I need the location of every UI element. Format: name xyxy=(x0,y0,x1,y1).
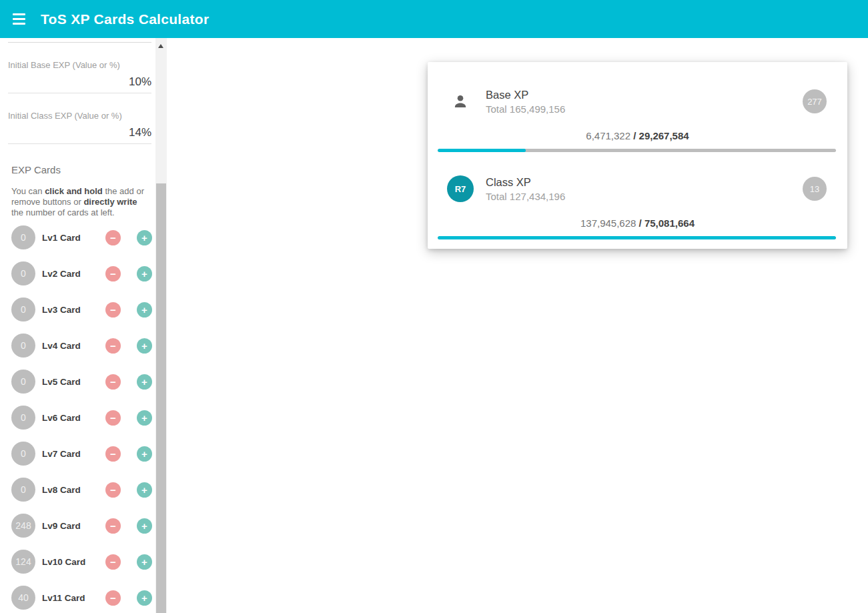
base-xp-title: Base XP xyxy=(486,89,565,101)
remove-card-button[interactable]: − xyxy=(105,374,121,390)
scrollbar-thumb[interactable] xyxy=(156,183,166,613)
remove-card-button[interactable]: − xyxy=(105,410,121,426)
card-count-badge[interactable]: 0 xyxy=(11,478,35,502)
plus-icon: + xyxy=(141,269,147,279)
add-card-button[interactable]: + xyxy=(137,554,152,570)
minus-icon: − xyxy=(110,269,116,279)
card-count-badge[interactable]: 0 xyxy=(11,442,35,466)
base-xp-total: Total 165,499,156 xyxy=(486,103,565,115)
card-label: Lv4 Card xyxy=(42,341,94,351)
card-row-lv8: 0Lv8 Card−+ xyxy=(0,472,155,508)
remove-card-button[interactable]: − xyxy=(105,446,121,462)
base-xp-level-badge: 277 xyxy=(803,89,827,113)
minus-icon: − xyxy=(110,521,116,531)
card-count-badge[interactable]: 0 xyxy=(11,370,35,394)
plus-icon: + xyxy=(141,413,147,423)
add-card-button[interactable]: + xyxy=(137,374,152,390)
card-label: Lv6 Card xyxy=(42,413,94,423)
base-xp-row: Base XP Total 165,499,156 277 xyxy=(428,82,847,121)
remove-card-button[interactable]: − xyxy=(105,518,121,534)
plus-icon: + xyxy=(141,305,147,315)
minus-icon: − xyxy=(110,593,116,603)
exp-cards-hint: You can click and hold the add or remove… xyxy=(11,186,149,218)
class-xp-progress-fill xyxy=(438,236,836,239)
card-label: Lv1 Card xyxy=(42,233,94,243)
main-area: Base XP Total 165,499,156 277 6,471,322 … xyxy=(167,38,868,613)
card-label: Lv7 Card xyxy=(42,449,94,459)
class-xp-title: Class XP xyxy=(486,176,565,189)
hamburger-menu-button[interactable] xyxy=(5,6,32,33)
card-row-lv10: 124Lv10 Card−+ xyxy=(0,544,155,580)
minus-icon: − xyxy=(110,485,116,495)
initial-class-exp-input[interactable] xyxy=(8,126,151,144)
add-card-button[interactable]: + xyxy=(137,302,152,318)
add-card-button[interactable]: + xyxy=(137,230,152,245)
base-xp-progress-current: 6,471,322 xyxy=(586,130,630,141)
class-xp-titles: Class XP Total 127,434,196 xyxy=(486,176,565,202)
add-card-button[interactable]: + xyxy=(137,338,152,354)
person-icon xyxy=(447,88,474,115)
plus-icon: + xyxy=(141,341,147,351)
add-card-button[interactable]: + xyxy=(137,590,152,606)
add-card-button[interactable]: + xyxy=(137,482,152,498)
base-xp-progress-fill xyxy=(438,149,526,152)
initial-class-exp-field: Initial Class EXP (Value or %) xyxy=(8,111,151,144)
add-card-button[interactable]: + xyxy=(137,410,152,426)
remove-card-button[interactable]: − xyxy=(105,302,121,318)
add-card-button[interactable]: + xyxy=(137,518,152,534)
initial-base-exp-label: Initial Base EXP (Value or %) xyxy=(8,60,151,70)
card-label: Lv9 Card xyxy=(42,521,94,531)
add-card-button[interactable]: + xyxy=(137,446,152,462)
card-label: Lv10 Card xyxy=(42,557,94,567)
card-label: Lv2 Card xyxy=(42,269,94,279)
card-row-lv11: 40Lv11 Card−+ xyxy=(0,580,155,613)
card-count-badge[interactable]: 0 xyxy=(11,406,35,430)
sidebar-scrollbar[interactable] xyxy=(155,38,167,613)
class-xp-total: Total 127,434,196 xyxy=(486,191,565,202)
minus-icon: − xyxy=(110,413,116,423)
card-label: Lv11 Card xyxy=(42,593,94,603)
card-count-badge[interactable]: 124 xyxy=(11,550,35,574)
minus-icon: − xyxy=(110,305,116,315)
sidebar: Initial Base EXP (Value or %) Initial Cl… xyxy=(0,38,167,613)
plus-icon: + xyxy=(141,485,147,495)
card-count-badge[interactable]: 0 xyxy=(11,297,35,322)
class-xp-level-badge: 13 xyxy=(803,177,827,201)
plus-icon: + xyxy=(141,557,147,567)
card-count-badge[interactable]: 248 xyxy=(11,514,35,538)
plus-icon: + xyxy=(141,449,147,459)
plus-icon: + xyxy=(141,521,147,531)
sidebar-content: Initial Base EXP (Value or %) Initial Cl… xyxy=(0,38,155,613)
remove-card-button[interactable]: − xyxy=(105,338,121,354)
remove-card-button[interactable]: − xyxy=(105,590,121,606)
remove-card-button[interactable]: − xyxy=(105,230,121,245)
plus-icon: + xyxy=(141,593,147,603)
card-row-lv3: 0Lv3 Card−+ xyxy=(0,291,155,328)
card-count-badge[interactable]: 0 xyxy=(11,334,35,358)
progress-separator: / xyxy=(636,217,644,229)
minus-icon: − xyxy=(110,449,116,459)
app-header: ToS XP Cards Calculator xyxy=(0,0,868,38)
class-rank-avatar: R7 xyxy=(447,175,474,202)
remove-card-button[interactable]: − xyxy=(105,554,121,570)
minus-icon: − xyxy=(110,341,116,351)
card-label: Lv8 Card xyxy=(42,485,94,495)
remove-card-button[interactable]: − xyxy=(105,266,121,281)
minus-icon: − xyxy=(110,233,116,243)
base-xp-progress-goal: 29,267,584 xyxy=(639,130,689,141)
card-row-lv5: 0Lv5 Card−+ xyxy=(0,364,155,400)
initial-base-exp-field: Initial Base EXP (Value or %) xyxy=(8,60,151,93)
class-xp-progress-current: 137,945,628 xyxy=(580,217,636,229)
card-row-lv4: 0Lv4 Card−+ xyxy=(0,328,155,364)
remove-card-button[interactable]: − xyxy=(105,482,121,498)
add-card-button[interactable]: + xyxy=(137,266,152,281)
card-count-badge[interactable]: 0 xyxy=(11,261,35,285)
initial-base-exp-input[interactable] xyxy=(8,75,151,93)
xp-summary-card: Base XP Total 165,499,156 277 6,471,322 … xyxy=(428,62,847,249)
exp-card-list: 0Lv1 Card−+0Lv2 Card−+0Lv3 Card−+0Lv4 Ca… xyxy=(0,219,155,613)
scrolled-field-underline xyxy=(8,38,151,43)
class-xp-progress-bar xyxy=(438,236,836,239)
card-count-badge[interactable]: 40 xyxy=(11,586,35,610)
scrollbar-up-arrow-icon[interactable] xyxy=(158,44,163,48)
card-count-badge[interactable]: 0 xyxy=(11,225,35,249)
